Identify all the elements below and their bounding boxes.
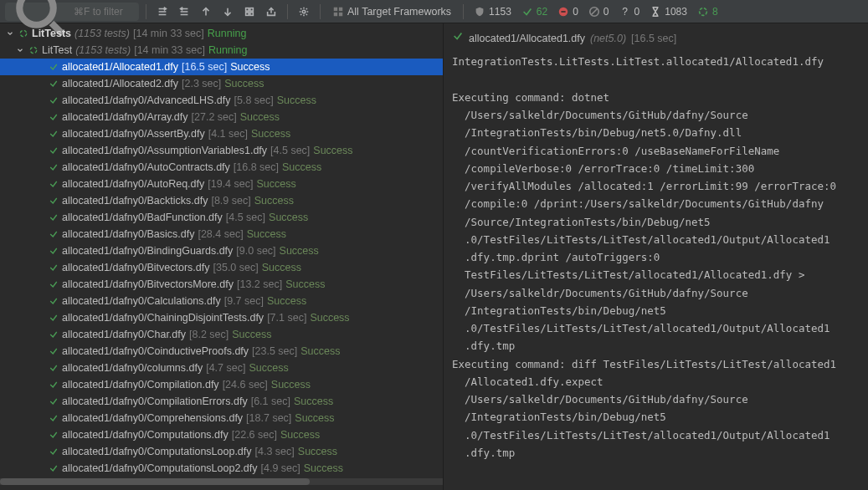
test-row[interactable]: allocated1/dafny0/Comprehensions.dfy [18…	[0, 410, 443, 426]
stat-total[interactable]: 1153	[470, 6, 515, 18]
test-status: Success	[254, 195, 294, 207]
svg-rect-18	[334, 12, 337, 15]
check-icon	[49, 145, 59, 156]
console-line	[452, 71, 860, 89]
test-name: allocated1/dafny0/Computations.dfy	[62, 429, 229, 441]
horizontal-scrollbar[interactable]	[0, 478, 443, 485]
test-row[interactable]: allocated1/dafny0/BitvectorsMore.dfy [13…	[0, 276, 443, 293]
check-icon	[49, 229, 59, 239]
test-row[interactable]: allocated1/dafny0/AssumptionVariables1.d…	[0, 142, 443, 159]
test-row[interactable]: allocated1/dafny0/Compilation.dfy [24.6 …	[0, 376, 443, 393]
test-duration: [14 min 33 sec]	[133, 28, 204, 39]
test-duration: [27.2 sec]	[192, 111, 237, 123]
check-icon	[49, 95, 59, 105]
test-row[interactable]: allocated1/dafny0/BindingGuards.dfy [9.0…	[0, 242, 443, 259]
target-framework-label: All Target Frameworks	[347, 6, 451, 18]
svg-point-0	[19, 0, 54, 24]
test-row[interactable]: allocated1/dafny0/Computations.dfy [22.6…	[0, 426, 443, 443]
test-status: Success	[256, 178, 295, 190]
test-status: Success	[313, 145, 352, 156]
check-icon	[49, 363, 59, 373]
test-row[interactable]: allocated1/dafny0/Calculations.dfy [9.7 …	[0, 293, 443, 309]
test-status: Running	[208, 28, 247, 39]
test-row[interactable]: allocated1/dafny0/CompilationErrors.dfy …	[0, 393, 443, 410]
shield-icon	[474, 6, 485, 18]
chevron-down-icon[interactable]	[15, 46, 25, 54]
test-row[interactable]: allocated1/dafny0/AdvancedLHS.dfy [5.8 s…	[0, 92, 443, 109]
test-count: (1153 tests)	[74, 28, 130, 39]
target-icon	[332, 6, 344, 18]
stat-ignored[interactable]: 0	[585, 6, 613, 18]
test-name: allocated1/dafny0/Char.dfy	[62, 329, 186, 340]
collapse-all-button[interactable]	[175, 3, 193, 21]
test-name: allocated1/dafny0/BadFunction.dfy	[62, 212, 223, 223]
stat-running[interactable]: 8	[694, 6, 722, 18]
test-status: Success	[251, 128, 290, 140]
select-first-failed-button[interactable]	[240, 3, 259, 21]
svg-rect-19	[339, 12, 342, 15]
test-row[interactable]: LitTest (1153 tests) [14 min 33 sec] Run…	[0, 42, 443, 59]
check-icon	[49, 263, 59, 273]
test-duration: [8.2 sec]	[189, 329, 229, 340]
test-row[interactable]: allocated1/dafny0/ComputationsLoop2.dfy …	[0, 460, 443, 477]
test-row[interactable]: allocated1/dafny0/BadFunction.dfy [4.5 s…	[0, 209, 443, 226]
test-name: allocated1/dafny0/columns.dfy	[62, 362, 203, 374]
test-row[interactable]: allocated1/dafny0/columns.dfy [4.7 sec] …	[0, 360, 443, 376]
test-row[interactable]: allocated1/Allocated2.dfy [2.3 sec] Succ…	[0, 75, 443, 92]
test-name: allocated1/dafny0/AdvancedLHS.dfy	[62, 94, 231, 106]
console-line: /Users/salkeldr/Documents/GitHub/dafny/S…	[452, 390, 860, 408]
stat-time[interactable]: 1083	[646, 6, 691, 18]
stat-unknown[interactable]: ? 0	[616, 6, 644, 18]
check-icon	[49, 346, 59, 356]
test-row[interactable]: allocated1/dafny0/Basics.dfy [28.4 sec] …	[0, 226, 443, 242]
check-icon	[521, 6, 533, 18]
test-row[interactable]: allocated1/dafny0/ChainingDisjointTests.…	[0, 309, 443, 326]
stat-passed[interactable]: 62	[518, 6, 551, 18]
svg-point-25	[20, 30, 27, 37]
console-line: Executing command: diff TestFiles/LitTes…	[452, 355, 860, 373]
test-row[interactable]: allocated1/dafny0/AssertBy.dfy [4.1 sec]…	[0, 125, 443, 142]
console-line: .dfy.tmp.dprint /autoTriggers:0	[452, 248, 860, 266]
expand-all-button[interactable]	[153, 3, 172, 21]
check-icon	[49, 196, 59, 206]
chevron-down-icon[interactable]	[5, 29, 15, 38]
svg-line-23	[591, 8, 597, 14]
test-row[interactable]: allocated1/dafny0/AutoContracts.dfy [16.…	[0, 159, 443, 176]
test-duration: [18.7 sec]	[246, 412, 291, 424]
test-output-panel[interactable]: allocated1/Allocated1.dfy (net5.0) [16.5…	[444, 23, 868, 490]
test-row[interactable]: allocated1/dafny0/Array.dfy [27.2 sec] S…	[0, 109, 443, 125]
test-row[interactable]: allocated1/dafny0/AutoReq.dfy [19.4 sec]…	[0, 176, 443, 192]
target-framework-selector[interactable]: All Target Frameworks	[327, 3, 456, 21]
test-status: Success	[310, 312, 349, 324]
test-row[interactable]: allocated1/Allocated1.dfy [16.5 sec] Suc…	[0, 59, 443, 75]
svg-rect-16	[334, 7, 337, 10]
running-icon	[697, 6, 709, 18]
hourglass-icon	[650, 6, 661, 18]
check-icon	[49, 279, 59, 289]
next-failed-button[interactable]	[218, 3, 237, 21]
export-button[interactable]	[262, 3, 280, 21]
test-row[interactable]: allocated1/dafny0/ComputationsLoop.dfy […	[0, 443, 443, 460]
check-icon	[49, 447, 59, 457]
test-name: allocated1/dafny0/BindingGuards.dfy	[62, 245, 233, 257]
check-icon	[452, 30, 464, 48]
test-duration: [19.4 sec]	[208, 178, 253, 190]
filter-input[interactable]	[74, 6, 134, 18]
test-row[interactable]: allocated1/dafny0/Char.dfy [8.2 sec] Suc…	[0, 326, 443, 343]
stat-failed[interactable]: 0	[554, 6, 582, 18]
test-row[interactable]: allocated1/dafny0/Backticks.dfy [8.9 sec…	[0, 192, 443, 209]
test-row[interactable]: LitTests (1153 tests) [14 min 33 sec] Ru…	[0, 25, 443, 42]
test-row[interactable]: allocated1/dafny0/Bitvectors.dfy [35.0 s…	[0, 259, 443, 276]
console-line: /Users/salkeldr/Documents/GitHub/dafny/S…	[452, 106, 860, 124]
settings-button[interactable]	[295, 3, 313, 21]
svg-rect-13	[250, 12, 254, 15]
test-status: Success	[262, 262, 301, 273]
filter-box[interactable]	[5, 3, 139, 21]
test-tree-panel[interactable]: LitTests (1153 tests) [14 min 33 sec] Ru…	[0, 23, 444, 490]
test-duration: [2.3 sec]	[182, 78, 221, 89]
test-count: (1153 tests)	[75, 44, 131, 56]
test-status: Success	[280, 245, 319, 257]
test-row[interactable]: allocated1/dafny0/CoinductiveProofs.dfy …	[0, 343, 443, 360]
test-name: allocated1/dafny0/ChainingDisjointTests.…	[62, 312, 264, 324]
prev-failed-button[interactable]	[197, 3, 215, 21]
